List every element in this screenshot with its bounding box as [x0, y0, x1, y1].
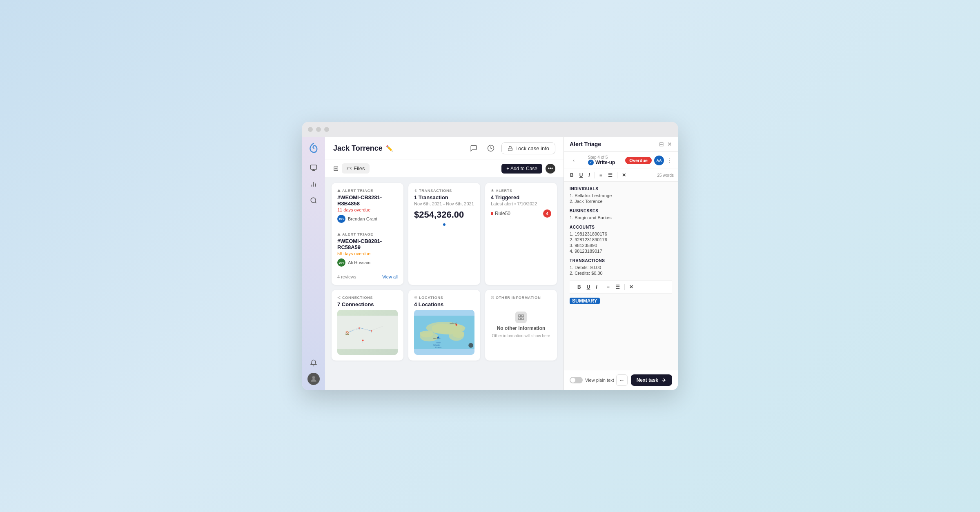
- svg-text:Atlantic: Atlantic: [433, 344, 440, 346]
- panel-minimize-icon[interactable]: ⊟: [659, 141, 664, 147]
- cards-row-1: ALERT TRIAGE #WEOMI-CB8281-R8B4858 11 da…: [332, 183, 557, 285]
- svg-text:Iceland: Iceland: [450, 322, 457, 325]
- toolbar-right: + Add to Case •••: [501, 164, 555, 174]
- sidebar-item-monitor[interactable]: [307, 161, 320, 174]
- svg-text:New York: New York: [433, 338, 441, 340]
- files-tab[interactable]: Files: [342, 163, 370, 174]
- underline-button[interactable]: U: [577, 171, 585, 179]
- alert-item-2: AH Ali Hussain: [337, 258, 398, 267]
- svg-point-29: [437, 336, 439, 338]
- other-info-label: OTHER INFORMATION: [491, 296, 551, 300]
- toggle-knob: [570, 378, 575, 383]
- titlebar: [302, 122, 678, 137]
- more-options-button[interactable]: •••: [546, 164, 555, 174]
- editor-toolbar-2: B U I ≡ ☰ ✕: [570, 280, 672, 294]
- panel-content: INDIVIDUALS 1. Bellatrix Lestrange 2. Ja…: [564, 182, 678, 370]
- add-to-case-button[interactable]: + Add to Case: [501, 164, 542, 174]
- case-name: Jack Torrence: [333, 144, 383, 153]
- account-4: 4. 98123189017: [570, 249, 672, 254]
- editor-sep-3: [602, 284, 602, 290]
- close-dot: [308, 127, 313, 132]
- svg-text:North: North: [436, 341, 441, 344]
- businesses-section: BUSINESSES 1. Borgin and Burkes: [570, 209, 672, 220]
- underline-button-2[interactable]: U: [585, 283, 592, 291]
- svg-rect-35: [521, 315, 523, 317]
- svg-rect-0: [311, 165, 317, 169]
- italic-button-2[interactable]: I: [594, 283, 599, 291]
- svg-point-28: [455, 324, 457, 325]
- svg-point-30: [468, 343, 473, 348]
- svg-rect-4: [508, 148, 512, 150]
- next-task-button[interactable]: Next task: [631, 374, 672, 386]
- business-1: 1. Borgin and Burkes: [570, 215, 672, 220]
- account-2: 2. 9281231890176: [570, 237, 672, 242]
- summary-highlight: SUMMARY: [570, 298, 600, 304]
- header-actions: Lock case info: [467, 142, 555, 155]
- editor-toolbar: B U I ≡ ☰ ✕ 25 words: [564, 169, 678, 182]
- maximize-dot: [324, 127, 329, 132]
- panel-header-actions: ⊟ ✕: [659, 141, 672, 147]
- sidebar-item-search[interactable]: [307, 194, 320, 207]
- view-all-link[interactable]: View all: [382, 274, 398, 279]
- ordered-list-button[interactable]: ≡: [597, 171, 604, 179]
- overdue-badge: Overdue: [625, 157, 652, 164]
- grid-view-icon[interactable]: ⊞: [333, 165, 339, 172]
- step-info: Step 4 of 5 ✓ Write-up: [588, 155, 615, 165]
- right-panel: Alert Triage ⊟ ✕ ‹ Step 4 of 5 ✓ Write-u…: [564, 137, 678, 390]
- panel-footer: View plain text ← Next task: [564, 370, 678, 390]
- panel-footer-right: ← Next task: [616, 374, 672, 386]
- svg-rect-37: [519, 318, 521, 320]
- comment-button[interactable]: [467, 142, 480, 155]
- alert-triage-label-2: ALERT TRIAGE: [337, 232, 398, 236]
- view-plain-text-toggle[interactable]: View plain text: [570, 377, 614, 383]
- svg-text:🏠: 🏠: [345, 331, 350, 336]
- unordered-list-button[interactable]: ☰: [606, 171, 615, 179]
- unordered-list-button-2[interactable]: ☰: [613, 283, 622, 291]
- assignee-avatar: AA: [654, 156, 664, 165]
- word-count: 25 words: [657, 173, 674, 178]
- prev-step-button[interactable]: ‹: [570, 156, 578, 165]
- assignee-avatar-1: BG: [337, 215, 345, 223]
- transaction-dot: [443, 223, 445, 226]
- panel-header: Alert Triage ⊟ ✕: [564, 137, 678, 152]
- sidebar-bottom: [307, 356, 320, 385]
- edit-case-icon[interactable]: ✏️: [386, 145, 393, 151]
- italic-button[interactable]: I: [586, 171, 592, 179]
- toggle-switch[interactable]: [570, 377, 583, 383]
- clear-format-button[interactable]: ✕: [620, 171, 628, 179]
- toolbar-left: ⊞ Files: [333, 163, 370, 174]
- transaction-1: 1. Debits: $0.00: [570, 265, 672, 270]
- svg-line-9: [339, 297, 339, 297]
- lock-case-button[interactable]: Lock case info: [501, 142, 555, 154]
- step-bar: ‹ Step 4 of 5 ✓ Write-up Overdue AA ⋮: [564, 152, 678, 169]
- history-button[interactable]: [484, 142, 497, 155]
- case-title-area: Jack Torrence ✏️: [333, 144, 393, 153]
- alert-triage-card: ALERT TRIAGE #WEOMI-CB8281-R8B4858 11 da…: [332, 183, 403, 285]
- bold-button-2[interactable]: B: [575, 283, 583, 291]
- more-options-icon[interactable]: ⋮: [666, 157, 672, 164]
- step-name-row: ✓ Write-up: [588, 160, 615, 165]
- bold-button[interactable]: B: [568, 171, 576, 179]
- no-info-icon: [515, 312, 527, 323]
- locations-card: LOCATIONS 4 Locations: [408, 290, 480, 361]
- transactions-label: TRANSACTIONS: [414, 189, 474, 193]
- ordered-list-button-2[interactable]: ≡: [605, 283, 612, 291]
- svg-rect-34: [519, 315, 521, 317]
- cards-area: ALERT TRIAGE #WEOMI-CB8281-R8B4858 11 da…: [325, 177, 564, 390]
- back-button[interactable]: ←: [616, 374, 628, 386]
- clear-format-button-2[interactable]: ✕: [627, 283, 635, 291]
- connections-card: CONNECTIONS 7 Connections 📍: [332, 290, 403, 361]
- user-avatar[interactable]: [307, 373, 320, 385]
- app-logo: [307, 142, 320, 155]
- alert-rule-row: Rule50 4: [491, 209, 551, 218]
- connections-map: 📍 📍 📍 🏠 📍: [337, 310, 398, 355]
- sidebar-item-bell[interactable]: [307, 356, 320, 370]
- sidebar-item-chart[interactable]: [307, 178, 320, 191]
- svg-line-8: [339, 298, 339, 298]
- cards-row-2: CONNECTIONS 7 Connections 📍: [332, 290, 557, 361]
- account-3: 3. 981235890: [570, 243, 672, 248]
- account-1: 1. 1981231890176: [570, 232, 672, 236]
- files-tab-label: Files: [354, 165, 365, 171]
- panel-close-icon[interactable]: ✕: [667, 141, 672, 147]
- transaction-2: 2. Credits: $0.00: [570, 271, 672, 276]
